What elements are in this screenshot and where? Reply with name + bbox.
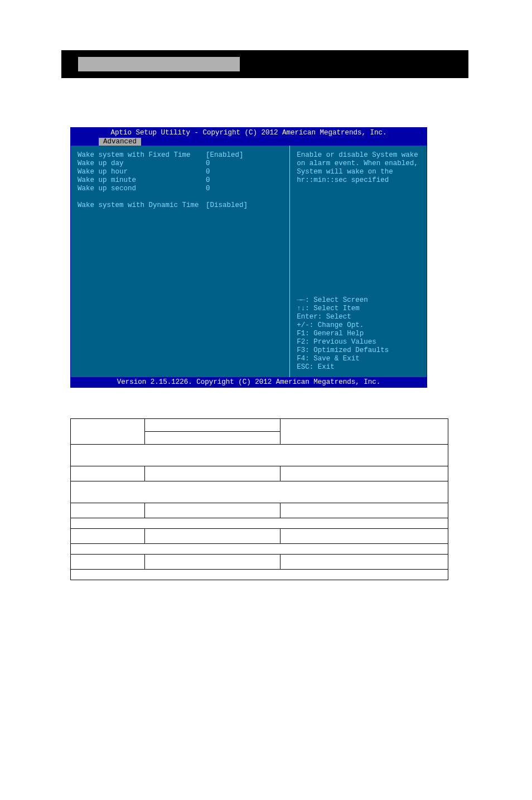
help-key-line: Enter: Select [297,313,420,321]
setting-wake-up-second[interactable]: Wake up second 0 [78,185,283,193]
table-row [71,445,448,466]
setting-label: Wake system with Fixed Time [78,151,206,160]
setting-label: Wake up day [78,160,206,168]
bios-settings-pane: Wake system with Fixed Time [Enabled] Wa… [71,146,290,377]
help-key-line: F4: Save & Exit [297,355,420,363]
bios-help-pane: Enable or disable System wake on alarm e… [290,146,427,377]
setting-label: Wake up hour [78,168,206,176]
bios-title: Aptio Setup Utility - Copyright (C) 2012… [71,128,427,138]
setting-wake-up-day[interactable]: Wake up day 0 [78,160,283,168]
setting-value: 0 [206,160,210,168]
bios-body: Wake system with Fixed Time [Enabled] Wa… [71,146,427,377]
setting-value: 0 [206,185,210,193]
bios-tab-bar: Advanced [71,138,427,146]
help-line: hr::min::sec specified [297,176,420,185]
table-row [71,555,448,570]
setting-wake-up-minute[interactable]: Wake up minute 0 [78,176,283,185]
help-line: on alarm event. When enabled, [297,160,420,168]
document-table [70,418,448,580]
page-header-label [78,57,240,71]
table-row [71,518,448,529]
help-key-line: ↑↓: Select Item [297,305,420,313]
setting-value: 0 [206,176,210,185]
help-key-line: →←: Select Screen [297,296,420,305]
table-row [71,466,448,481]
help-line: System will wake on the [297,168,420,176]
help-line: Enable or disable System wake [297,151,420,160]
help-key-line: F3: Optimized Defaults [297,346,420,355]
spacer-row [78,193,283,201]
help-key-line: F2: Previous Values [297,338,420,346]
bios-footer: Version 2.15.1226. Copyright (C) 2012 Am… [71,377,427,387]
setting-label: Wake up second [78,185,206,193]
table-row [71,503,448,518]
bios-help-description: Enable or disable System wake on alarm e… [297,151,420,185]
table-row [71,544,448,555]
setting-wake-dynamic-time[interactable]: Wake system with Dynamic Time [Disabled] [78,201,283,210]
help-key-line: F1: General Help [297,330,420,338]
table-row [71,481,448,503]
setting-value: [Disabled] [206,201,248,210]
setting-label: Wake system with Dynamic Time [78,201,206,210]
setting-value: [Enabled] [206,151,244,160]
table-row [71,529,448,544]
bios-window: Aptio Setup Utility - Copyright (C) 2012… [70,127,427,388]
help-key-line: +/-: Change Opt. [297,321,420,330]
setting-value: 0 [206,168,210,176]
setting-wake-up-hour[interactable]: Wake up hour 0 [78,168,283,176]
table-row [71,419,448,432]
tab-advanced[interactable]: Advanced [99,138,141,146]
setting-wake-fixed-time[interactable]: Wake system with Fixed Time [Enabled] [78,151,283,160]
bios-help-keys: →←: Select Screen ↑↓: Select Item Enter:… [297,296,420,372]
help-key-line: ESC: Exit [297,363,420,372]
table-row [71,570,448,580]
setting-label: Wake up minute [78,176,206,185]
